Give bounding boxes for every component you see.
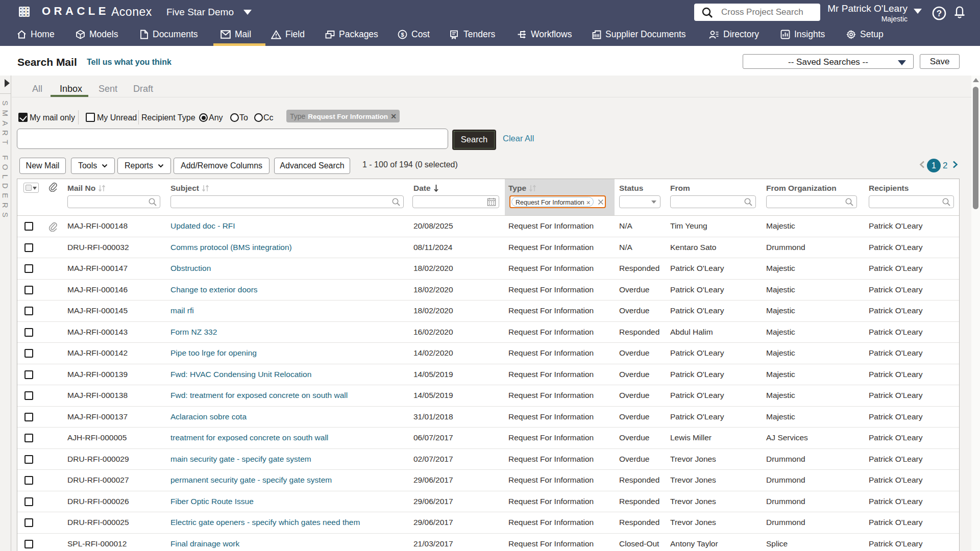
svg-text:$: $ bbox=[401, 32, 404, 38]
svg-text:?: ? bbox=[937, 9, 942, 18]
